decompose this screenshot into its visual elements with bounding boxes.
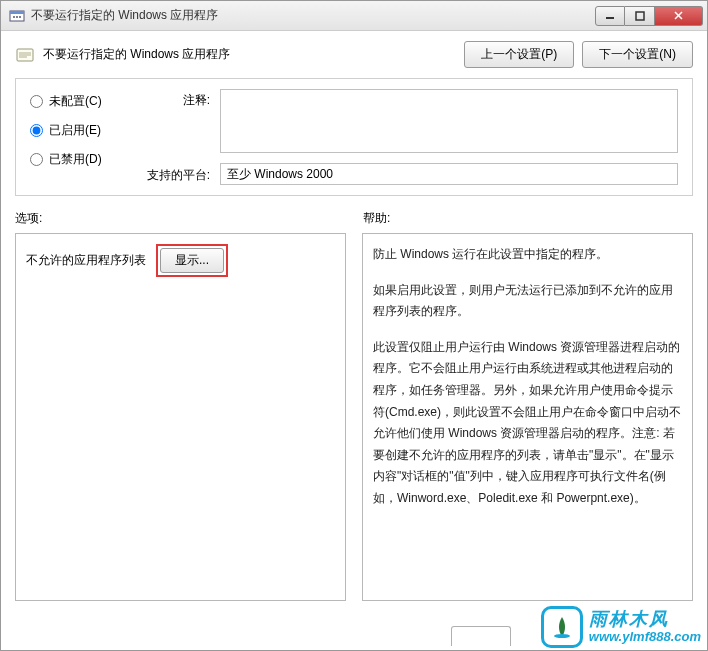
- svg-point-13: [554, 634, 570, 638]
- radio-not-configured-label: 未配置(C): [49, 93, 102, 110]
- watermark-url: www.ylmf888.com: [589, 630, 701, 644]
- svg-rect-1: [10, 11, 24, 14]
- radio-not-configured[interactable]: 未配置(C): [30, 93, 120, 110]
- svg-point-2: [13, 16, 15, 18]
- close-button[interactable]: [655, 6, 703, 26]
- options-panel: 不允许的应用程序列表 显示...: [15, 233, 346, 601]
- platform-field: [220, 163, 678, 185]
- help-panel: 防止 Windows 运行在此设置中指定的程序。 如果启用此设置，则用户无法运行…: [362, 233, 693, 601]
- radio-disabled[interactable]: 已禁用(D): [30, 151, 120, 168]
- watermark: 雨林木风 www.ylmf888.com: [541, 606, 701, 648]
- window-controls: [595, 6, 703, 26]
- policy-icon: [15, 45, 35, 65]
- comment-input[interactable]: [220, 89, 678, 153]
- config-section: 未配置(C) 已启用(E) 已禁用(D) 注释: 支持的平台:: [15, 78, 693, 196]
- watermark-name: 雨林木风: [589, 610, 701, 630]
- svg-point-3: [16, 16, 18, 18]
- help-p2: 如果启用此设置，则用户无法运行已添加到不允许的应用程序列表的程序。: [373, 280, 682, 323]
- watermark-logo-icon: [541, 606, 583, 648]
- radio-not-configured-input[interactable]: [30, 95, 43, 108]
- radio-enabled-label: 已启用(E): [49, 122, 101, 139]
- ok-button-partial[interactable]: [451, 626, 511, 646]
- radio-disabled-label: 已禁用(D): [49, 151, 102, 168]
- options-section-label: 选项:: [15, 210, 345, 227]
- help-text: 防止 Windows 运行在此设置中指定的程序。 如果启用此设置，则用户无法运行…: [373, 244, 682, 510]
- radio-disabled-input[interactable]: [30, 153, 43, 166]
- titlebar-title: 不要运行指定的 Windows 应用程序: [31, 7, 595, 24]
- svg-point-4: [19, 16, 21, 18]
- minimize-button[interactable]: [595, 6, 625, 26]
- maximize-button[interactable]: [625, 6, 655, 26]
- show-button[interactable]: 显示...: [160, 248, 224, 273]
- svg-rect-6: [636, 12, 644, 20]
- radio-enabled-input[interactable]: [30, 124, 43, 137]
- app-icon: [9, 8, 25, 24]
- show-button-highlight: 显示...: [156, 244, 228, 277]
- help-p1: 防止 Windows 运行在此设置中指定的程序。: [373, 244, 682, 266]
- radio-enabled[interactable]: 已启用(E): [30, 122, 120, 139]
- help-section-label: 帮助:: [363, 210, 693, 227]
- platform-label: 支持的平台:: [140, 164, 210, 184]
- page-title: 不要运行指定的 Windows 应用程序: [43, 46, 230, 63]
- prev-setting-button[interactable]: 上一个设置(P): [464, 41, 574, 68]
- disallowed-list-label: 不允许的应用程序列表: [26, 252, 146, 269]
- titlebar: 不要运行指定的 Windows 应用程序: [1, 1, 707, 31]
- next-setting-button[interactable]: 下一个设置(N): [582, 41, 693, 68]
- help-p3: 此设置仅阻止用户运行由 Windows 资源管理器进程启动的程序。它不会阻止用户…: [373, 337, 682, 510]
- comment-label: 注释:: [140, 89, 210, 109]
